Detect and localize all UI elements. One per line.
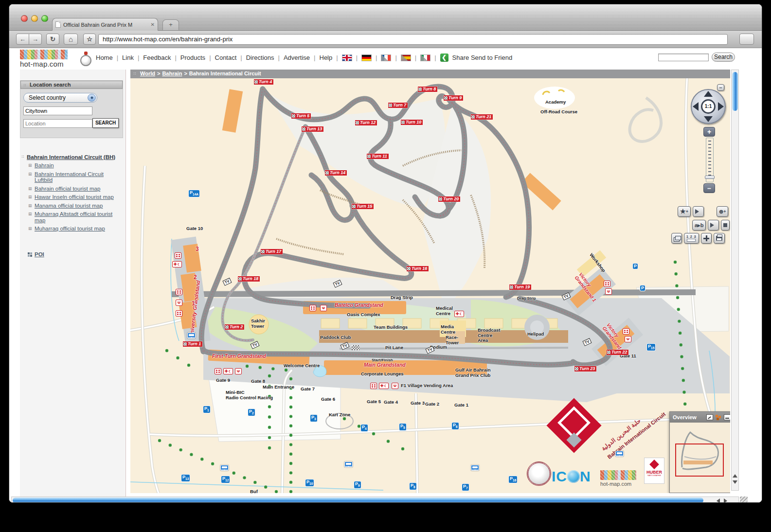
hotmap-logo-image[interactable]: [20, 50, 68, 59]
scroll-down-icon[interactable]: [733, 480, 737, 486]
vertical-scroll-thumb[interactable]: [732, 72, 738, 111]
nav-item-home[interactable]: Home: [96, 54, 113, 61]
map-place-label: Mini-BIC Radio Control Racing: [226, 390, 273, 400]
nav-item-feedback[interactable]: Feedback: [143, 54, 171, 61]
pan-north-icon[interactable]: [704, 91, 713, 97]
sidebar-link[interactable]: Manama official tourist map: [35, 203, 120, 209]
close-window-button[interactable]: [21, 15, 28, 22]
zoom-out-button[interactable]: –: [703, 183, 715, 193]
overview-tiles-icon[interactable]: [715, 414, 722, 420]
map-pan-compass[interactable]: 1:1: [691, 89, 726, 124]
zoom-window-button[interactable]: [41, 15, 48, 22]
overview-panel[interactable]: Overview: [669, 411, 730, 493]
pan-mode-button[interactable]: [701, 233, 712, 244]
location-search-header[interactable]: Location search: [20, 81, 123, 89]
turn-label: Turn 5: [291, 113, 311, 119]
route-ab-button[interactable]: a▸b: [692, 220, 706, 231]
tab-close-icon[interactable]: ✕: [151, 22, 155, 27]
overview-titlebar[interactable]: Overview: [670, 412, 730, 423]
minimize-window-button[interactable]: [31, 15, 38, 22]
add-waypoint-button[interactable]: ⊕+: [717, 206, 728, 217]
turn-label: Turn 21: [471, 114, 493, 120]
sidebar-link[interactable]: Bahrain official tourist map: [35, 186, 120, 192]
map-place-label: Gate 6: [321, 397, 335, 402]
hotmap-logo-text[interactable]: hot-map.com: [20, 60, 64, 68]
play-favorites-button[interactable]: [693, 206, 704, 217]
zoom-slider[interactable]: + –: [703, 127, 716, 193]
nav-separator: |: [175, 54, 176, 61]
map-viewport[interactable]: Turn 4Turn 8Turn 9Turn 7Turn 5Turn 21Tur…: [130, 78, 730, 493]
overview-minimap[interactable]: [670, 423, 730, 493]
overview-minimize-icon[interactable]: [724, 414, 730, 420]
zoom-thumb[interactable]: [705, 176, 715, 179]
turn-label: Turn 23: [574, 366, 596, 372]
nav-item-link[interactable]: Link: [122, 54, 134, 61]
site-search-button[interactable]: Search: [712, 53, 735, 62]
nav-item-help[interactable]: Help: [320, 54, 333, 61]
sidebar-search-button[interactable]: SEARCH: [92, 118, 119, 128]
location-input[interactable]: [23, 119, 92, 128]
map-place-label: Helipad: [527, 332, 544, 337]
overview-export-icon[interactable]: [706, 414, 713, 420]
print-button[interactable]: [714, 233, 725, 244]
layers-button[interactable]: [671, 233, 682, 244]
forward-button[interactable]: →: [29, 34, 42, 45]
window-titlebar[interactable]: Official Bahrain Grand Prix M ✕ +: [9, 4, 762, 31]
bookmark-star-icon[interactable]: ☆: [83, 34, 96, 45]
sidebar-region-title[interactable]: Bahrain International Circuit (BH): [27, 154, 121, 160]
browser-tab[interactable]: Official Bahrain Grand Prix M ✕: [52, 18, 158, 31]
zoom-1-1-button[interactable]: 1:1: [701, 99, 716, 114]
nav-item-contact[interactable]: Contact: [215, 54, 237, 61]
sidebar-link[interactable]: Muharraq official tourist map: [35, 226, 120, 232]
restaurant-icon: [176, 300, 182, 306]
map-minimize-button[interactable]: –: [717, 84, 724, 91]
scroll-left-icon[interactable]: [714, 498, 720, 503]
pan-south-icon[interactable]: [704, 116, 713, 122]
language-flag-it[interactable]: [420, 54, 430, 61]
site-search-input[interactable]: [658, 53, 709, 61]
language-flag-es[interactable]: [401, 54, 411, 61]
vertical-scrollbar[interactable]: [731, 70, 739, 491]
zoom-track[interactable]: [706, 138, 714, 182]
sidebar-link[interactable]: Muharraq Altstadt official tourist map: [35, 211, 120, 223]
route-steps-button[interactable]: 1 2 3: [684, 233, 699, 244]
language-flag-fr[interactable]: [381, 54, 391, 61]
horizontal-scroll-thumb[interactable]: [13, 497, 703, 503]
new-tab-button[interactable]: +: [162, 19, 179, 30]
checker-icon: [225, 325, 229, 329]
sidebar-item-poi[interactable]: POI: [35, 251, 120, 257]
share-icon[interactable]: ❮: [440, 53, 448, 62]
parking-marker: P: [633, 264, 638, 269]
back-button[interactable]: ←: [16, 34, 29, 45]
country-select[interactable]: Select country: [23, 93, 97, 103]
reload-button[interactable]: ↻: [46, 34, 59, 45]
language-flag-de[interactable]: [361, 54, 372, 61]
pan-west-icon[interactable]: [693, 102, 699, 111]
home-button[interactable]: ⌂: [64, 34, 78, 45]
zoom-in-button[interactable]: +: [703, 127, 715, 137]
route-play-button[interactable]: [708, 220, 719, 231]
language-flag-en[interactable]: [342, 54, 352, 61]
city-town-input[interactable]: [23, 106, 92, 115]
scroll-right-icon[interactable]: [724, 498, 730, 503]
breadcrumb-link[interactable]: Bahrain: [162, 71, 182, 76]
sidebar-link[interactable]: Bahrain International Circuit Luftbild: [35, 171, 120, 183]
share-send-to-friend-link[interactable]: Share Send to Friend: [452, 54, 513, 61]
url-bar[interactable]: http://www.hot-map.com/en/bahrain-grand-…: [98, 34, 728, 45]
scroll-up-icon[interactable]: [733, 472, 737, 478]
sidebar-link[interactable]: Hawar Inseln official tourist map: [35, 194, 120, 200]
pan-east-icon[interactable]: [718, 102, 724, 111]
nav-item-advertise[interactable]: Advertise: [284, 54, 310, 61]
route-stop-button[interactable]: [721, 220, 730, 231]
restroom-icon: [623, 328, 629, 335]
turn-label: Turn 8: [418, 87, 437, 92]
nav-item-directions[interactable]: Directions: [246, 54, 274, 61]
horizontal-scrollbar[interactable]: [11, 497, 739, 503]
add-favorite-button[interactable]: ★+: [678, 206, 691, 217]
page-menu-button[interactable]: [739, 34, 754, 45]
window-resize-grip[interactable]: [740, 497, 748, 503]
sidebar-link[interactable]: Bahrain: [35, 162, 120, 169]
nav-item-products[interactable]: Products: [180, 54, 205, 61]
breadcrumb-link[interactable]: World: [140, 71, 155, 76]
nav-separator: |: [314, 54, 315, 61]
